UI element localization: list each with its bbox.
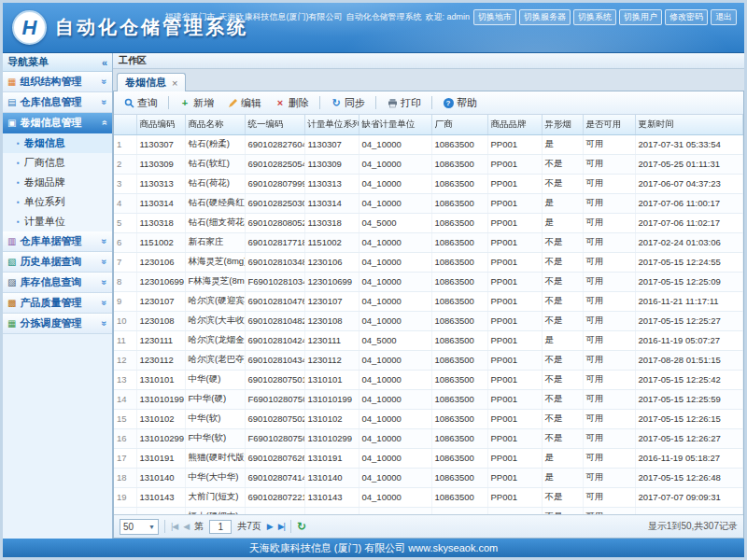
sidebar-subitem-unit-series[interactable]: ▪单位系列 xyxy=(3,192,112,212)
page-size-value: 50 xyxy=(123,522,134,532)
brand: PP001 xyxy=(487,448,542,468)
sidebar-item-sorting-dispatch-mgmt[interactable]: ▦分拣调度管理» xyxy=(3,314,112,334)
column-header[interactable]: 缺省计量单位 xyxy=(359,115,431,134)
sidebar-collapse-icon[interactable]: « xyxy=(102,57,107,68)
column-header[interactable]: 厂商 xyxy=(431,115,487,134)
table-row[interactable]: 131310101中华(硬)6901028075015131010104_100… xyxy=(114,370,743,389)
table-row[interactable]: 181310140中华(大中华)6901028074148131014004_1… xyxy=(114,468,743,487)
sidebar-subitem-cigarette-info[interactable]: ▪卷烟信息 xyxy=(3,133,112,153)
table-row[interactable]: 8123010699F林海灵芝(8mg)F6901028103480123010… xyxy=(114,272,743,291)
table-row[interactable]: 61151002新石家庄6901028177184115100204_10000… xyxy=(114,232,743,252)
sync-button[interactable]: ↻同步 xyxy=(325,93,371,113)
logout-button[interactable]: 退出 xyxy=(711,9,737,25)
table-row[interactable]: 201318155恒大(硬细支)6901028183155131815504_1… xyxy=(114,507,743,514)
sidebar-item-stock-info-query[interactable]: ▨库存信息查询» xyxy=(3,273,112,293)
change-password-button[interactable]: 修改密码 xyxy=(665,9,708,25)
row-index: 18 xyxy=(114,468,136,487)
update-time: 2017-06-07 04:37:23 xyxy=(635,174,743,193)
default-unit: 04_10000 xyxy=(359,193,431,213)
last-page-button[interactable]: ▶| xyxy=(278,522,285,531)
sidebar-item-label: 分拣调度管理 xyxy=(20,316,81,330)
unified-code: 6901028250306 xyxy=(245,193,304,213)
grid-scroll-area[interactable]: 商品编码商品名称统一编码计量单位系列缺省计量单位厂商商品品牌异形烟是否可用更新时… xyxy=(114,115,743,514)
add-button[interactable]: +新增 xyxy=(174,93,219,113)
page-size-select[interactable]: 50 ▼ xyxy=(120,519,159,535)
toolbar-separator xyxy=(319,96,320,109)
special-shaped-flag: 不是 xyxy=(542,174,583,193)
column-header[interactable]: 是否可用 xyxy=(583,115,635,134)
next-page-button[interactable]: ▶ xyxy=(267,522,273,531)
update-time: 2016-11-21 11:17:11 xyxy=(635,291,743,311)
special-shaped-flag: 不是 xyxy=(542,507,583,514)
sidebar-item-org-structure[interactable]: ▦组织结构管理» xyxy=(3,72,112,92)
default-unit: 04_10000 xyxy=(359,487,431,507)
table-row[interactable]: 91230107哈尔滨(硬迎宾)6901028104760123010704_1… xyxy=(114,291,743,311)
refresh-icon[interactable]: ↻ xyxy=(297,520,306,533)
table-row[interactable]: 71230106林海灵芝(8mg)6901028103480123010604_… xyxy=(114,252,743,272)
row-index: 7 xyxy=(114,252,136,272)
special-shaped-flag: 不是 xyxy=(542,409,583,428)
edit-button[interactable]: 编辑 xyxy=(221,93,267,113)
table-row[interactable]: 121230112哈尔滨(老巴夺)6901028104341123011204_… xyxy=(114,350,743,370)
sidebar-item-cigarette-info-mgmt[interactable]: ▣卷烟信息管理» xyxy=(3,113,112,133)
table-row[interactable]: 111230111哈尔滨(龙烟金安)6901028104241123011104… xyxy=(114,330,743,350)
first-page-button[interactable]: |◀ xyxy=(171,522,177,531)
switch-system-button[interactable]: 切换系统 xyxy=(573,9,616,25)
column-header[interactable]: 异形烟 xyxy=(542,115,583,134)
sidebar-item-warehouse-doc-mgmt[interactable]: ▥仓库单据管理» xyxy=(3,231,112,252)
sidebar-subitem-cigarette-brand[interactable]: ▪卷烟品牌 xyxy=(3,173,112,192)
table-row[interactable]: 151310102中华(软)6901028075022131010204_100… xyxy=(114,409,743,428)
query-button[interactable]: 查询 xyxy=(118,93,163,113)
column-header[interactable]: 商品名称 xyxy=(185,115,245,134)
table-row[interactable]: 31130313钻石(荷花)6901028079990113031304_100… xyxy=(114,174,743,193)
tab-cigarette-info[interactable]: 卷烟信息 × xyxy=(117,73,186,91)
row-index: 14 xyxy=(114,389,136,409)
brand: PP001 xyxy=(487,507,542,514)
page-number-input[interactable]: 1 xyxy=(209,520,232,534)
unit-series: 1230112 xyxy=(304,350,359,370)
table-row[interactable]: 21130309钻石(软红)6901028250541113030904_100… xyxy=(114,154,743,174)
table-row[interactable]: 51130318钻石(细支荷花)6901028080521113031804_5… xyxy=(114,213,743,232)
switch-city-button[interactable]: 切换地市 xyxy=(473,9,516,25)
sidebar-subitem-measure-unit[interactable]: ▪计量单位 xyxy=(3,212,112,231)
switch-user-button[interactable]: 切换用户 xyxy=(619,9,662,25)
product-name: F中华(硬) xyxy=(185,389,245,409)
navigation-sidebar: 导航菜单 « ▦组织结构管理»▤仓库信息管理»▣卷烟信息管理»▪卷烟信息▪厂商信… xyxy=(3,53,113,539)
manufacturer: 10863500 xyxy=(431,232,487,252)
column-header[interactable]: 计量单位系列 xyxy=(304,115,359,134)
sidebar-item-warehouse-info[interactable]: ▤仓库信息管理» xyxy=(3,92,112,113)
availability: 可用 xyxy=(583,468,635,487)
brand: PP001 xyxy=(487,330,542,350)
table-row[interactable]: 41130314钻石(硬经典红)6901028250306113031404_1… xyxy=(114,193,743,213)
pager-separator xyxy=(290,520,291,533)
help-button[interactable]: ?帮助 xyxy=(437,93,483,113)
table-row[interactable]: 101230108哈尔滨(大丰收)6901028104821123010804_… xyxy=(114,311,743,330)
header-region: 福建省厦门市 xyxy=(164,11,215,23)
header-company: 天海欧康科技信息(厦门)有限公司 xyxy=(218,11,342,23)
table-row[interactable]: 16131010299F中华(软)F6901028075022131010299… xyxy=(114,428,743,448)
tab-close-icon[interactable]: × xyxy=(172,77,177,89)
sidebar-item-label: 产品质量管理 xyxy=(20,296,81,310)
unified-code: 6901028250541 xyxy=(245,154,304,174)
table-row[interactable]: 171310191熊猫(硬时代版)6901028076265131019104_… xyxy=(114,448,743,468)
sidebar-item-history-doc-query[interactable]: ▧历史单据查询» xyxy=(3,252,112,273)
column-header[interactable]: 商品品牌 xyxy=(487,115,542,134)
manufacturer: 10863500 xyxy=(431,193,487,213)
table-row[interactable]: 191310143大前门(短支)6901028072212131014304_1… xyxy=(114,487,743,507)
delete-button[interactable]: ×删除 xyxy=(269,93,315,113)
warehouse-icon: ▤ xyxy=(7,97,16,107)
table-row[interactable]: 11130307钻石(粉柔)6901028276047113030704_100… xyxy=(114,134,743,154)
product-name: 哈尔滨(大丰收) xyxy=(185,311,245,330)
default-unit: 04_10000 xyxy=(359,311,431,330)
prev-page-button[interactable]: ◀ xyxy=(183,522,189,531)
print-button[interactable]: 打印 xyxy=(381,93,427,113)
sidebar-item-product-quality-mgmt[interactable]: ▩产品质量管理» xyxy=(3,293,112,314)
sidebar-subitem-manufacturer-info[interactable]: ▪厂商信息 xyxy=(3,153,112,173)
column-header[interactable]: 更新时间 xyxy=(635,115,743,134)
column-header[interactable]: 商品编码 xyxy=(136,115,185,134)
switch-server-button[interactable]: 切换服务器 xyxy=(519,9,571,25)
column-header[interactable]: 统一编码 xyxy=(245,115,304,134)
add-icon: + xyxy=(179,97,190,108)
table-row[interactable]: 14131010199F中华(硬)F6901028075015131010199… xyxy=(114,389,743,409)
sidebar-menu: ▦组织结构管理»▤仓库信息管理»▣卷烟信息管理»▪卷烟信息▪厂商信息▪卷烟品牌▪… xyxy=(3,72,112,539)
